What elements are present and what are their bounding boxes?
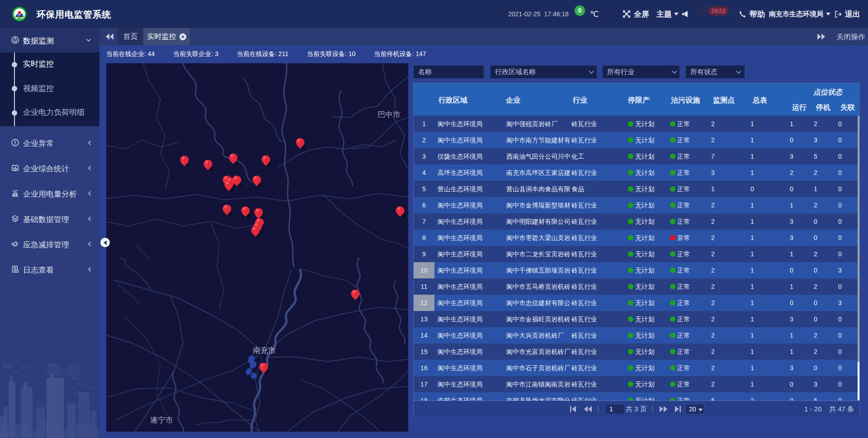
svg-text:巴中市: 巴中市 (377, 110, 401, 119)
svg-text:遂宁市: 遂宁市 (150, 416, 173, 424)
svg-text:南充市: 南充市 (253, 346, 276, 355)
